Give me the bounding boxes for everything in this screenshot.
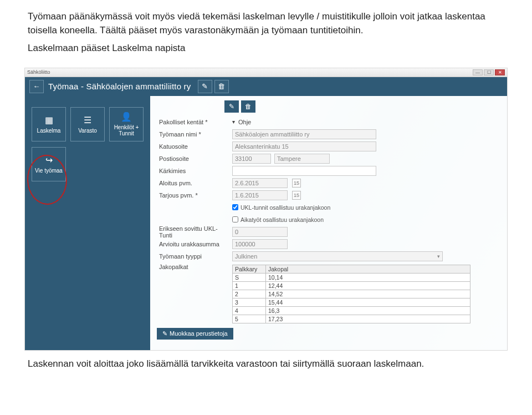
form-edit-button[interactable]: ✎: [224, 100, 239, 113]
name-field[interactable]: Sähköalojen ammattiliitto ry: [232, 129, 376, 139]
cell: 17,23: [266, 315, 470, 323]
post-label: Postiosoite: [157, 155, 229, 162]
cell: S: [233, 273, 266, 281]
cell: 10,14: [266, 273, 470, 281]
window-close-button[interactable]: ✕: [495, 69, 505, 75]
checkbox-label: Aikatyöt osallistuu urakanjakoon: [241, 216, 324, 223]
form-delete-button[interactable]: 🗑: [241, 100, 255, 113]
sidebar-tile-laskelma[interactable]: ▦ Laskelma: [32, 107, 66, 141]
foreman-field[interactable]: [232, 166, 376, 176]
street-label: Katuosoite: [157, 143, 229, 150]
table-row: 517,23: [233, 315, 470, 323]
cell: 2: [233, 290, 266, 298]
estimate-field[interactable]: 100000: [232, 239, 288, 249]
table-row: S10,14: [233, 273, 470, 281]
foreman-label: Kärkimies: [157, 168, 229, 174]
main-panel: ✎ 🗑 Pakolliset kentät * ▾ Ohje Työmaan n…: [150, 96, 507, 351]
grid-icon: ▦: [45, 115, 53, 125]
ukl-hour-label: Erikseen sovittu UKL-Tunti: [157, 225, 229, 239]
edit-basics-button[interactable]: ✎ Muokkaa perustietoja: [157, 328, 233, 340]
pencil-icon: ✎: [162, 330, 167, 337]
cell: 4: [233, 306, 266, 315]
offer-date-label: Tarjous pvm. *: [157, 192, 229, 199]
window-maximize-button[interactable]: ☐: [484, 69, 494, 75]
cell: 12,44: [266, 281, 470, 290]
table-header: Palkkary: [233, 265, 266, 273]
sidebar-tile-label: Laskelma: [37, 128, 61, 134]
calendar-icon[interactable]: 15: [292, 191, 301, 200]
doc-paragraph-2: Laskelmaan pääset Laskelma napista: [28, 42, 504, 55]
page-title: Työmaa - Sähköalojen ammattiliitto ry: [48, 82, 191, 91]
doc-paragraph-1: Työmaan päänäkymässä voit myös viedä tek…: [28, 10, 504, 37]
post-city-field[interactable]: Tampere: [274, 154, 330, 164]
app-screenshot: Sähköliitto — ☐ ✕ ← Työmaa - Sähköalojen…: [24, 68, 508, 351]
offer-date-field[interactable]: 1.6.2015: [232, 190, 288, 200]
name-label: Työmaan nimi *: [157, 131, 229, 138]
app-header: ← Työmaa - Sähköalojen ammattiliitto ry …: [25, 77, 507, 96]
type-label: Työmaan tyyppi: [157, 253, 229, 260]
app-name-label: Sähköliitto: [27, 69, 50, 75]
sidebar-tile-henkilot[interactable]: 👤 Henkilöt + Tunnit: [109, 107, 144, 141]
ukl-participate-checkbox[interactable]: UKL-tunnit osallistuu urakanjakoon: [232, 204, 330, 211]
window-chrome: Sähköliitto — ☐ ✕: [25, 68, 507, 77]
calendar-icon[interactable]: 15: [292, 179, 301, 188]
chevron-down-icon: ▾: [437, 254, 440, 259]
cell: 3: [233, 298, 266, 306]
aikatyot-participate-checkbox[interactable]: Aikatyöt osallistuu urakanjakoon: [232, 216, 324, 223]
post-zip-field[interactable]: 33100: [232, 154, 271, 164]
ukl-hour-field[interactable]: 0: [232, 227, 288, 237]
header-edit-button[interactable]: ✎: [198, 80, 212, 93]
street-field[interactable]: Aleksanterinkatu 15: [232, 141, 376, 151]
table-row: 112,44: [233, 281, 470, 290]
required-fields-label: Pakolliset kentät *: [157, 119, 229, 125]
sidebar-tile-label: Varasto: [78, 128, 97, 134]
table-header: Jakopal: [266, 265, 470, 273]
jakopalkat-label: Jakopalkat: [157, 264, 229, 270]
window-minimize-button[interactable]: —: [473, 69, 483, 75]
chevron-down-icon[interactable]: ▾: [232, 119, 235, 125]
type-value: Julkinen: [235, 253, 257, 260]
cell: 14,52: [266, 290, 470, 298]
cell: 15,44: [266, 298, 470, 306]
table-row: 416,3: [233, 306, 470, 315]
sidebar-tile-label: Henkilöt + Tunnit: [111, 124, 142, 136]
checkbox-input[interactable]: [232, 204, 238, 210]
doc-paragraph-3: Laskennan voit aloittaa joko lisäämällä …: [28, 358, 504, 370]
table-row: 214,52: [233, 290, 470, 298]
help-label: Ohje: [238, 119, 251, 125]
sidebar: ▦ Laskelma ☰ Varasto 👤 Henkilöt + Tunnit…: [25, 96, 150, 351]
cell: 1: [233, 281, 266, 290]
estimate-label: Arvioitu urakkasumma: [157, 241, 229, 247]
start-date-label: Aloitus pvm.: [157, 180, 229, 186]
header-delete-button[interactable]: 🗑: [214, 80, 229, 93]
back-button[interactable]: ←: [29, 80, 44, 93]
button-label: Muokkaa perustietoja: [170, 330, 228, 337]
cell: 5: [233, 315, 266, 323]
start-date-field[interactable]: 2.6.2015: [232, 178, 288, 188]
table-row: 315,44: [233, 298, 470, 306]
sidebar-tile-varasto[interactable]: ☰ Varasto: [70, 107, 105, 141]
person-icon: 👤: [121, 112, 132, 122]
type-select[interactable]: Julkinen ▾: [232, 251, 443, 261]
list-icon: ☰: [84, 115, 91, 125]
jakopalkat-table: Palkkary Jakopal S10,14 112,44 214,52 31…: [232, 265, 470, 323]
cell: 16,3: [266, 306, 470, 315]
checkbox-label: UKL-tunnit osallistuu urakanjakoon: [241, 204, 330, 211]
checkbox-input[interactable]: [232, 216, 238, 222]
